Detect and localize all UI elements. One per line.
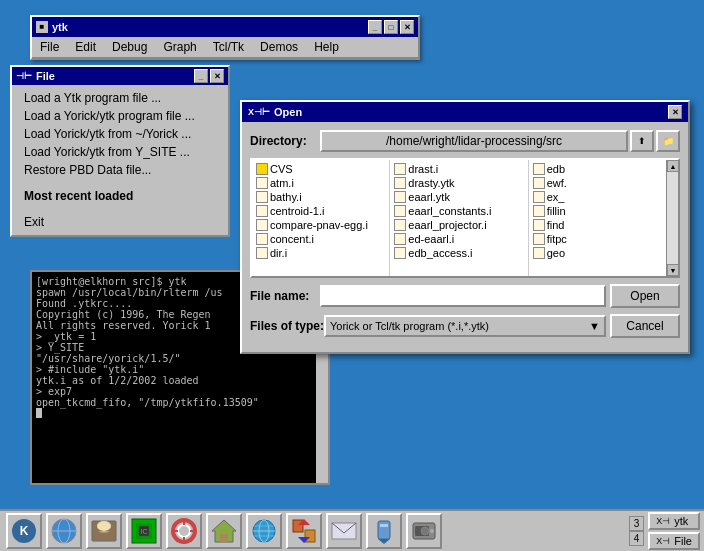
file-icon: [394, 219, 406, 231]
directory-row: Directory: /home/wright/lidar-processing…: [250, 130, 680, 152]
terminal-line-3: Found .ytkrc....: [36, 298, 259, 309]
taskbar-home-icon[interactable]: [206, 513, 242, 549]
file-icon: [256, 191, 268, 203]
file-load-from-ysite[interactable]: Load Yorick/ytk from Y_SITE ...: [16, 143, 224, 161]
shell-icon: [90, 517, 118, 545]
taskbar-shell-icon[interactable]: [86, 513, 122, 549]
terminal-cursor: [36, 408, 42, 418]
open-dialog-title: Open: [274, 106, 302, 118]
filename-label: File name:: [250, 289, 320, 303]
taskbar-ytk-btn[interactable]: X⊣ ytk: [648, 512, 700, 530]
file-icon: [394, 233, 406, 245]
virtual-desktops: 3 4: [629, 516, 645, 546]
file-list-area: CVS atm.i bathy.i centroid-1.i compare-p…: [250, 158, 680, 278]
file-item-fitpc[interactable]: fitpc: [531, 232, 664, 246]
dropdown-arrow: ▼: [589, 320, 600, 332]
ytk-menu-bar: File Edit Debug Graph Tcl/Tk Demos Help: [32, 37, 418, 58]
file-item-atm[interactable]: atm.i: [254, 176, 387, 190]
taskbar-earth-icon[interactable]: [46, 513, 82, 549]
file-panel-titlebar: ⊣⊢ File _ ✕: [12, 67, 228, 85]
directory-folder-btn[interactable]: 📁: [656, 130, 680, 152]
file-list-scroll-down[interactable]: ▼: [667, 264, 679, 276]
file-item-find[interactable]: find: [531, 218, 664, 232]
file-item-ex[interactable]: ex_: [531, 190, 664, 204]
file-item-eaarl-const[interactable]: eaarl_constants.i: [392, 204, 525, 218]
file-item-dir[interactable]: dir.i: [254, 246, 387, 260]
svg-rect-14: [220, 534, 228, 542]
ytk-main-window: ■ ytk _ □ ✕ File Edit Debug Graph Tcl/Tk…: [30, 15, 420, 60]
dialog-body: Directory: /home/wright/lidar-processing…: [242, 122, 688, 352]
file-panel-close[interactable]: ✕: [210, 69, 224, 83]
file-recent-label: Most recent loaded: [16, 187, 224, 205]
filename-row: File name: Open: [250, 284, 680, 308]
hdd-icon: [410, 517, 438, 545]
svg-rect-27: [380, 524, 388, 527]
menu-help[interactable]: Help: [310, 39, 343, 55]
svg-marker-26: [378, 539, 390, 544]
taskbar-lifering-icon[interactable]: [166, 513, 202, 549]
file-item-edb[interactable]: edb: [531, 162, 664, 176]
kde-start-btn[interactable]: K: [6, 513, 42, 549]
menu-demos[interactable]: Demos: [256, 39, 302, 55]
menu-tcl-tk[interactable]: Tcl/Tk: [209, 39, 248, 55]
svg-point-31: [421, 527, 429, 535]
taskbar-envelope-icon[interactable]: [326, 513, 362, 549]
open-btn[interactable]: Open: [610, 284, 680, 308]
taskbar-file-btn[interactable]: X⊣ File: [648, 532, 700, 550]
folder-icon: [256, 163, 268, 175]
file-item-eaarl-proj[interactable]: eaarl_projector.i: [392, 218, 525, 232]
file-icon: [256, 205, 268, 217]
directory-label: Directory:: [250, 134, 320, 148]
file-item-fillin[interactable]: fillin: [531, 204, 664, 218]
file-load-yorick-ytk[interactable]: Load a Yorick/ytk program file ...: [16, 107, 224, 125]
file-icon: [394, 163, 406, 175]
menu-debug[interactable]: Debug: [108, 39, 151, 55]
globe-icon: [250, 517, 278, 545]
terminal-line-8: "/usr/share/yorick/1.5/": [36, 353, 259, 364]
file-list-scrollbar[interactable]: ▲ ▼: [666, 160, 678, 276]
file-item-drasty[interactable]: drasty.ytk: [392, 176, 525, 190]
desktop-3-btn[interactable]: 3: [629, 516, 645, 531]
cancel-btn[interactable]: Cancel: [610, 314, 680, 338]
ytk-minimize-btn[interactable]: _: [368, 20, 382, 34]
taskbar-globe-icon[interactable]: [246, 513, 282, 549]
file-item-cvs[interactable]: CVS: [254, 162, 387, 176]
svg-point-30: [430, 529, 434, 533]
file-restore-pbd[interactable]: Restore PBD Data file...: [16, 161, 224, 179]
menu-edit[interactable]: Edit: [71, 39, 100, 55]
file-item-concent[interactable]: concent.i: [254, 232, 387, 246]
file-item-bathy[interactable]: bathy.i: [254, 190, 387, 204]
dialog-close-btn[interactable]: ✕: [668, 105, 682, 119]
file-exit[interactable]: Exit: [16, 213, 224, 231]
file-list-scroll-up[interactable]: ▲: [667, 160, 679, 172]
file-item-compare-pnav[interactable]: compare-pnav-egg.i: [254, 218, 387, 232]
taskbar-app-buttons: X⊣ ytk X⊣ File: [648, 512, 700, 550]
menu-graph[interactable]: Graph: [159, 39, 200, 55]
file-item-ewf[interactable]: ewf.: [531, 176, 664, 190]
file-item-drast[interactable]: drast.i: [392, 162, 525, 176]
file-item-eaarl[interactable]: eaarl.ytk: [392, 190, 525, 204]
terminal-line-7: > Y_SITE: [36, 342, 259, 353]
file-load-from-home[interactable]: Load Yorick/ytk from ~/Yorick ...: [16, 125, 224, 143]
ytk-title: ytk: [52, 21, 68, 33]
file-item-centroid[interactable]: centroid-1.i: [254, 204, 387, 218]
filetype-dropdown[interactable]: Yorick or Tcl/tk program (*.i,*.ytk) ▼: [324, 315, 606, 337]
taskbar-arrows-icon[interactable]: [286, 513, 322, 549]
file-item-geo[interactable]: geo: [531, 246, 664, 260]
menu-file[interactable]: File: [36, 39, 63, 55]
file-load-ytk[interactable]: Load a Ytk program file ...: [16, 89, 224, 107]
file-icon: [256, 177, 268, 189]
ytk-close-btn[interactable]: ✕: [400, 20, 414, 34]
file-item-ed-eaarl[interactable]: ed-eaarl.i: [392, 232, 525, 246]
file-panel-content: Load a Ytk program file ... Load a Yoric…: [12, 85, 228, 235]
taskbar-circuit-icon[interactable]: IC: [126, 513, 162, 549]
svg-point-12: [178, 525, 190, 537]
file-item-edb-access[interactable]: edb_access.i: [392, 246, 525, 260]
filename-input[interactable]: [320, 285, 606, 307]
taskbar-pen-icon[interactable]: [366, 513, 402, 549]
file-panel-minimize[interactable]: _: [194, 69, 208, 83]
desktop-4-btn[interactable]: 4: [629, 531, 645, 546]
taskbar-hdd-icon[interactable]: [406, 513, 442, 549]
ytk-maximize-btn[interactable]: □: [384, 20, 398, 34]
directory-up-btn[interactable]: ⬆: [630, 130, 654, 152]
